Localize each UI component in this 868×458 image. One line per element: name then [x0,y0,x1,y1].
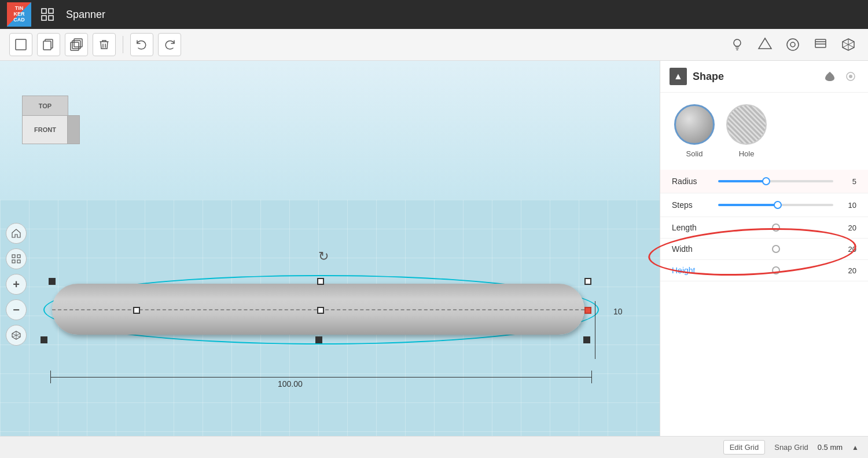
snap-grid-label: Snap Grid [774,443,808,452]
width-value: 20 [839,245,856,254]
undo-button[interactable] [130,33,153,56]
steps-label: Steps [672,200,712,210]
toolbar [0,29,660,61]
radius-slider-track [718,180,833,182]
layers-icon[interactable] [810,34,831,55]
panel-icons [822,68,859,85]
handle-bottom-center[interactable] [315,336,322,343]
cube-top-face[interactable]: TOP [22,96,68,116]
panel-collapse-button[interactable]: ▲ [670,68,687,85]
panel-title: Shape [693,71,816,83]
solid-shape-preview [674,104,715,145]
delete-button[interactable] [93,33,116,56]
redo-button[interactable] [158,33,181,56]
dimension-width-label: 100.00 [278,379,303,389]
logo-text: TINKERCAD [13,6,25,23]
handle-bottom-left[interactable] [41,336,47,343]
handle-mid-center[interactable] [317,307,324,314]
shape-container[interactable]: ↻ [52,269,590,362]
svg-point-13 [790,42,795,47]
solid-shape-option[interactable]: Solid [674,104,715,158]
radius-label: Radius [672,177,712,186]
handle-mid-right[interactable] [584,307,591,314]
home-button[interactable] [6,223,27,244]
radius-value: 5 [839,177,856,186]
height-value: 20 [839,266,856,275]
height-property-row: Height 20 [660,260,868,281]
cube-front-face[interactable]: FRONT [22,115,68,144]
shape-outline-icon[interactable] [755,34,775,55]
properties-list: Radius 5 Steps 10 Length 20 [660,170,868,281]
svg-rect-3 [49,16,53,20]
radius-slider-thumb[interactable] [762,177,770,185]
length-indicator[interactable] [772,223,780,232]
header: TINKERCAD Spanner [0,0,868,29]
radius-property-row: Radius 5 [660,170,868,193]
duplicate-button[interactable] [65,33,88,56]
view3d-icon[interactable] [838,34,859,55]
panel-header: ▲ Shape [660,61,868,93]
cube-front-label: FRONT [34,126,56,133]
zoom-in-button[interactable]: + [6,274,27,295]
width-label: Width [672,244,712,254]
steps-value: 10 [839,201,856,210]
svg-rect-24 [17,260,20,263]
solid-label: Solid [686,149,703,158]
svg-rect-23 [12,260,15,263]
length-value: 20 [839,223,856,232]
svg-rect-2 [42,16,46,20]
bottom-bar: Edit Grid Snap Grid 0.5 mm ▲ [0,436,868,458]
hole-shape-option[interactable]: Hole [726,104,767,158]
svg-point-10 [734,39,741,46]
canvas-area[interactable]: TOP FRONT + − [0,61,660,458]
handle-top-center[interactable] [317,278,324,285]
steps-slider-container[interactable] [718,199,833,211]
camera-icon[interactable] [782,34,803,55]
copy-button[interactable] [37,33,60,56]
radius-slider-container[interactable] [718,175,833,187]
plus-icon: + [13,278,20,291]
svg-rect-21 [12,255,15,258]
length-label: Length [672,223,712,232]
svg-rect-14 [815,39,826,47]
shape-type-selector: Solid Hole [660,93,868,170]
panel-visible-icon[interactable] [843,68,859,85]
toolbar-separator [123,36,123,53]
new-shape-button[interactable] [9,33,32,56]
grid-icon[interactable] [38,5,57,24]
zoom-out-button[interactable]: − [6,299,27,320]
svg-rect-8 [74,39,82,47]
orientation-cube[interactable]: TOP FRONT [10,96,80,171]
cube-side-face[interactable] [67,115,80,144]
3d-view-button[interactable] [6,325,27,346]
length-property-row: Length 20 [660,217,868,239]
dimension-height-label: 10 [613,307,623,316]
minus-icon: − [13,303,20,317]
width-property-row: Width 20 [660,239,868,260]
steps-slider-thumb[interactable] [774,201,782,209]
logo[interactable]: TINKERCAD [7,2,31,27]
lightbulb-icon[interactable] [727,34,748,55]
svg-rect-7 [72,41,80,49]
snap-grid-arrow[interactable]: ▲ [852,444,859,452]
handle-top-left[interactable] [49,278,56,285]
svg-point-30 [849,75,852,78]
snap-grid-value[interactable]: 0.5 mm [818,443,843,452]
width-indicator[interactable] [772,245,780,253]
steps-slider-track [718,204,833,206]
handle-mid-left[interactable] [133,307,140,314]
svg-rect-6 [43,41,51,50]
handle-bottom-right[interactable] [583,336,590,343]
svg-rect-4 [16,39,26,50]
sky-area [0,61,660,200]
edit-grid-button[interactable]: Edit Grid [723,440,766,455]
right-panel: ▲ Shape Solid Hole [660,61,868,458]
panel-color-icon[interactable] [822,68,838,85]
handle-top-right[interactable] [584,278,591,285]
app-title: Spanner [66,9,105,21]
svg-rect-9 [71,42,79,50]
svg-rect-1 [49,9,53,13]
height-indicator[interactable] [772,266,780,274]
fit-view-button[interactable] [6,248,27,269]
rotate-handle[interactable]: ↻ [318,249,329,264]
